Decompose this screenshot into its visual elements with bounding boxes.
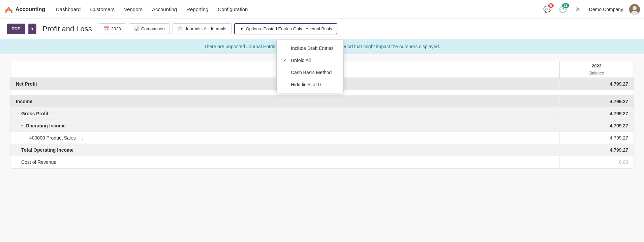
- comparison-button[interactable]: 📊 Comparison: [129, 23, 170, 34]
- close-button[interactable]: ✕: [573, 4, 583, 14]
- chart-icon: 📊: [134, 26, 139, 31]
- row-text: Net Profit: [16, 81, 37, 87]
- row-text: Income: [16, 99, 32, 104]
- row-text[interactable]: Cost of Revenue: [21, 159, 56, 165]
- toolbar: PDF ▾ Profit and Loss 📅 2023 📊 Compariso…: [0, 19, 644, 39]
- nav-right-section: 💬 5 🕐 22 ✕ Demo Company: [542, 3, 640, 16]
- row-value: 4,799.27: [559, 145, 634, 155]
- row-value: 4,799.27: [559, 96, 634, 107]
- svg-point-4: [633, 6, 637, 10]
- table-row: ▾ Operating Income 4,799.27: [10, 120, 634, 132]
- nav-vendors[interactable]: Vendors: [119, 0, 147, 19]
- nav-reporting[interactable]: Reporting: [182, 0, 213, 19]
- row-value: 4,799.27: [559, 79, 634, 89]
- pdf-button[interactable]: PDF: [7, 24, 25, 34]
- year-button[interactable]: 📅 2023: [99, 23, 126, 34]
- filter-icon: ▼: [240, 26, 244, 31]
- dropdown-item-hide-zero[interactable]: Hide lines at 0: [277, 79, 343, 91]
- dropdown-item-label: Unfold All: [291, 58, 311, 63]
- dropdown-item-label: Cash Basis Method: [291, 70, 332, 75]
- dropdown-item-label: Include Draft Entries: [291, 46, 334, 51]
- messages-button[interactable]: 💬 5: [542, 3, 554, 16]
- toolbar-buttons: 📅 2023 📊 Comparison 📋 Journals: All Jour…: [99, 23, 338, 34]
- dropdown-item-label: Hide lines at 0: [291, 82, 321, 87]
- pdf-dropdown-button[interactable]: ▾: [28, 24, 36, 34]
- row-value: 0.00: [559, 157, 634, 168]
- row-text: Gross Profit: [21, 111, 49, 116]
- dropdown-item-unfold-all[interactable]: ✓ Unfold All: [277, 54, 343, 66]
- activities-button[interactable]: 🕐 22: [557, 3, 569, 16]
- avatar-icon: [629, 4, 640, 15]
- row-label: Cost of Revenue: [10, 157, 559, 168]
- messages-badge: 5: [548, 3, 554, 8]
- expand-arrow-icon[interactable]: ▾: [21, 124, 23, 127]
- row-label: Gross Profit: [10, 108, 559, 119]
- options-button[interactable]: ▼ Options: Posted Entries Only , Accrual…: [234, 23, 338, 34]
- dropdown-item-include-draft[interactable]: Include Draft Entries: [277, 42, 343, 54]
- row-context-menu-icon[interactable]: ⋮: [80, 134, 85, 141]
- row-value: 4,799.27: [559, 108, 634, 119]
- journals-button[interactable]: 📋 Journals: All Journals: [173, 23, 232, 34]
- year-label: 2023: [565, 63, 628, 70]
- nav-accounting[interactable]: Accounting: [147, 0, 182, 19]
- row-label: Total Operating Income: [10, 145, 559, 155]
- user-avatar[interactable]: [629, 4, 640, 15]
- logo-icon: [4, 5, 13, 14]
- row-value: 4,799.27: [559, 132, 634, 143]
- nav-customers[interactable]: Customers: [85, 0, 119, 19]
- options-dropdown-menu: Include Draft Entries ✓ Unfold All Cash …: [276, 40, 344, 93]
- dropdown-item-cash-basis[interactable]: Cash Basis Method: [277, 66, 343, 79]
- activities-badge: 22: [562, 3, 569, 8]
- table-row: Cost of Revenue 0.00: [10, 156, 634, 168]
- row-text: Total Operating Income: [21, 147, 73, 153]
- row-text[interactable]: 400000 Product Sales: [29, 135, 76, 141]
- table-row: Gross Profit 4,799.27: [10, 108, 634, 120]
- row-label: Income: [10, 96, 559, 107]
- company-name[interactable]: Demo Company: [586, 7, 626, 12]
- app-name: Accounting: [16, 6, 45, 12]
- nav-configuration[interactable]: Configuration: [213, 0, 252, 19]
- table-row: Income 4,799.27: [10, 95, 634, 108]
- row-label: 400000 Product Sales ⋮: [10, 132, 559, 144]
- row-label: ▾ Operating Income: [10, 120, 559, 131]
- report-header-year: 2023 Balance: [559, 61, 634, 78]
- journal-icon: 📋: [178, 26, 183, 31]
- row-text: Operating Income: [26, 123, 66, 128]
- row-value: 4,799.27: [559, 120, 634, 131]
- top-nav: Accounting Dashboard Customers Vendors A…: [0, 0, 644, 19]
- balance-label: Balance: [565, 71, 628, 75]
- table-row: Total Operating Income 4,799.27: [10, 144, 634, 156]
- calendar-icon: 📅: [104, 26, 109, 31]
- nav-dashboard[interactable]: Dashboard: [51, 0, 85, 19]
- app-logo[interactable]: Accounting: [4, 5, 45, 14]
- table-row: 400000 Product Sales ⋮ 4,799.27: [10, 132, 634, 144]
- checkmark-icon: ✓: [283, 58, 288, 63]
- page-title: Profit and Loss: [42, 25, 92, 33]
